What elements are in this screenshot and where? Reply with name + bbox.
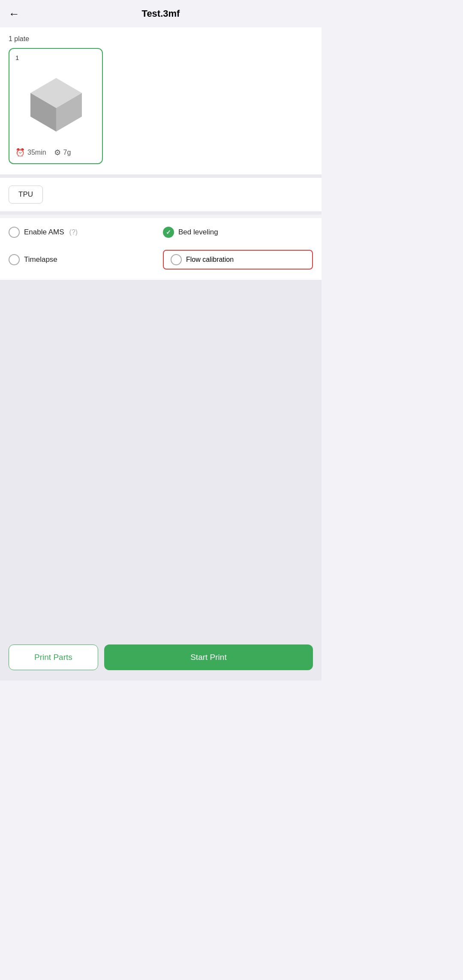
option-enable-ams-label: Enable AMS (24, 228, 64, 237)
option-enable-ams[interactable]: Enable AMS (?) (9, 227, 159, 238)
bottom-bar: Print Parts Start Print (0, 638, 322, 680)
radio-enable-ams[interactable] (9, 227, 20, 238)
plate-time: ⏰ 35min (15, 148, 46, 157)
plate-number: 1 (15, 54, 19, 61)
spacer (0, 280, 322, 638)
option-flow-calibration[interactable]: Flow calibration (163, 250, 313, 270)
divider-1 (0, 174, 322, 178)
back-button[interactable]: ← (9, 7, 20, 21)
material-chip[interactable]: TPU (9, 186, 43, 204)
plate-label: 1 plate (9, 35, 313, 43)
plate-weight: ⚙ 7g (54, 148, 71, 157)
plate-time-value: 35min (27, 149, 46, 156)
options-grid: Enable AMS (?) ✓ Bed leveling Timelapse … (9, 227, 313, 270)
cube-icon (22, 69, 90, 138)
radio-flow-calibration[interactable] (171, 254, 182, 265)
time-icon: ⏰ (15, 148, 25, 157)
option-timelapse-label: Timelapse (24, 255, 57, 264)
divider-2 (0, 211, 322, 215)
start-print-button[interactable]: Start Print (104, 644, 313, 670)
plate-weight-value: 7g (63, 149, 71, 156)
plate-card[interactable]: 1 ⏰ 35min ⚙ 7g (9, 48, 103, 164)
option-bed-leveling[interactable]: ✓ Bed leveling (163, 227, 313, 238)
options-section: Enable AMS (?) ✓ Bed leveling Timelapse … (0, 218, 322, 280)
check-icon-bed-leveling: ✓ (166, 229, 171, 236)
help-icon-ams[interactable]: (?) (69, 228, 78, 236)
radio-bed-leveling[interactable]: ✓ (163, 227, 174, 238)
option-timelapse[interactable]: Timelapse (9, 250, 159, 270)
page-title: Test.3mf (142, 8, 180, 19)
weight-icon: ⚙ (54, 148, 61, 157)
option-bed-leveling-label: Bed leveling (178, 228, 218, 237)
header: ← Test.3mf (0, 0, 322, 27)
plate-info: ⏰ 35min ⚙ 7g (15, 148, 71, 157)
plate-section: 1 plate 1 ⏰ 35min ⚙ 7g (0, 27, 322, 174)
option-flow-calibration-label: Flow calibration (186, 256, 234, 264)
plate-preview (15, 63, 97, 144)
radio-timelapse[interactable] (9, 254, 20, 265)
material-section: TPU (0, 178, 322, 211)
print-parts-button[interactable]: Print Parts (9, 644, 98, 670)
